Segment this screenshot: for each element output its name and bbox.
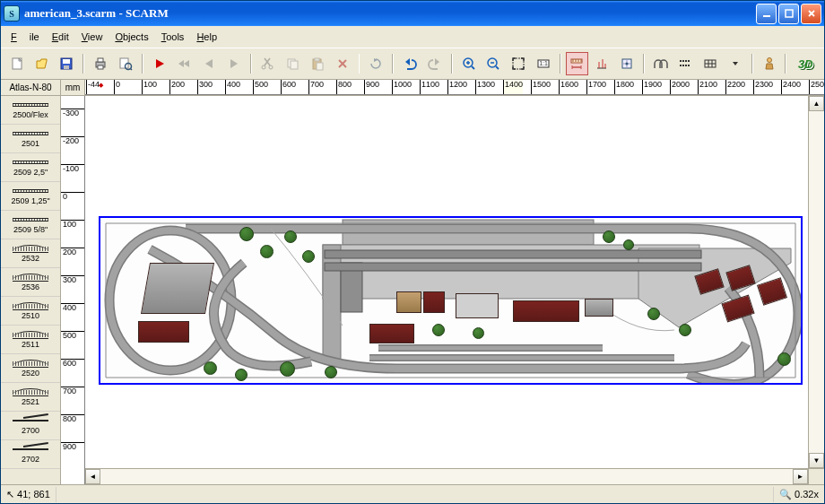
next-button[interactable] xyxy=(222,52,246,75)
hruler-tick: 2300 xyxy=(753,80,773,95)
hruler-tick: 1600 xyxy=(559,80,578,95)
tree[interactable] xyxy=(432,324,445,336)
canvas[interactable] xyxy=(85,96,808,468)
svg-point-21 xyxy=(262,65,265,69)
palette-item[interactable]: 2509 5/8" xyxy=(1,211,60,239)
tree[interactable] xyxy=(284,230,297,243)
tree[interactable] xyxy=(777,352,791,366)
palette-item[interactable]: 2536 xyxy=(1,268,60,297)
building-freight-1[interactable] xyxy=(369,324,414,343)
measure-button[interactable] xyxy=(566,52,589,75)
prev-button[interactable] xyxy=(197,52,221,75)
vertical-ruler[interactable]: -300-200-1000100200300400500600700800900 xyxy=(61,96,85,484)
vertical-scrollbar[interactable]: ▲ ▼ xyxy=(808,96,824,468)
palette-item[interactable]: 2532 xyxy=(1,239,60,268)
maximize-button[interactable] xyxy=(778,4,799,24)
fit-button[interactable] xyxy=(507,52,530,75)
paste-button[interactable] xyxy=(306,52,329,75)
building-house-1[interactable] xyxy=(138,321,189,343)
menu-edit[interactable]: Edit xyxy=(46,30,75,44)
palette-item-label: 2509 2,5" xyxy=(13,168,48,177)
tree[interactable] xyxy=(235,369,248,381)
scroll-up-button[interactable]: ▲ xyxy=(809,96,824,111)
tree[interactable] xyxy=(325,366,337,378)
dropdown-icon[interactable] xyxy=(724,52,747,75)
palette-item[interactable]: 2511 xyxy=(1,326,60,354)
building-shed[interactable] xyxy=(585,299,613,317)
cut-button[interactable] xyxy=(256,52,280,75)
hruler-tick: 100 xyxy=(142,80,157,95)
palette-item[interactable]: 2702 xyxy=(1,440,60,469)
snap-button[interactable] xyxy=(615,52,638,75)
building-small-1[interactable] xyxy=(396,291,421,313)
rotate-button[interactable] xyxy=(364,52,387,75)
vruler-tick: -100 xyxy=(61,164,85,173)
rewind-button[interactable] xyxy=(172,52,195,75)
vruler-tick: 700 xyxy=(61,387,85,395)
tree[interactable] xyxy=(302,250,315,263)
status-coords: ↖ 41; 861 xyxy=(1,487,56,502)
tree[interactable] xyxy=(679,324,691,336)
close-button[interactable] xyxy=(801,4,821,24)
new-button[interactable] xyxy=(5,52,29,75)
copy-button[interactable] xyxy=(281,52,304,75)
baseboard[interactable] xyxy=(99,216,803,385)
scroll-left-button[interactable]: ◄ xyxy=(85,469,100,484)
library-selector[interactable]: Atlas-N-80 xyxy=(1,80,61,95)
scroll-right-button[interactable]: ► xyxy=(793,469,808,484)
scale-button[interactable]: 1:1 xyxy=(532,52,555,75)
palette-item[interactable]: 2700 xyxy=(1,412,60,440)
zoom-in-button[interactable] xyxy=(457,52,481,75)
tree[interactable] xyxy=(473,327,484,339)
menu-tools[interactable]: Tools xyxy=(155,30,191,44)
figure-button[interactable] xyxy=(758,52,781,75)
ruler-row: Atlas-N-80 mm ◆ -44010020030040050060070… xyxy=(1,80,824,96)
palette-item[interactable]: 2509 1,25" xyxy=(1,182,60,211)
menu-view[interactable]: View xyxy=(75,30,109,44)
baseboard-button[interactable] xyxy=(699,52,722,75)
vruler-tick: 300 xyxy=(61,275,85,284)
redo-button[interactable] xyxy=(423,52,447,75)
building-small-2[interactable] xyxy=(423,291,445,313)
zoom-out-button[interactable] xyxy=(482,52,505,75)
save-button[interactable] xyxy=(55,52,78,75)
palette-item[interactable]: 2501 xyxy=(1,125,60,153)
tree[interactable] xyxy=(603,230,615,243)
status-zoom[interactable]: 🔍0.32x xyxy=(773,487,824,502)
tree[interactable] xyxy=(623,239,634,250)
undo-button[interactable] xyxy=(398,52,421,75)
delete-button[interactable] xyxy=(331,52,354,75)
horizontal-ruler[interactable]: ◆ -4401002003004005006007008009001000110… xyxy=(85,80,824,95)
minimize-button[interactable] xyxy=(756,4,777,24)
tree[interactable] xyxy=(280,361,295,377)
palette-item[interactable]: 2520 xyxy=(1,354,60,383)
track-shape-icon xyxy=(13,446,48,453)
tunnel-button[interactable] xyxy=(649,52,673,75)
tree[interactable] xyxy=(260,245,274,258)
tree[interactable] xyxy=(204,361,217,375)
palette-item[interactable]: 2509 2,5" xyxy=(1,153,60,182)
building-station[interactable] xyxy=(513,300,579,322)
palette-item[interactable]: 2500/Flex xyxy=(1,96,60,125)
menu-help[interactable]: Help xyxy=(190,30,223,44)
open-button[interactable] xyxy=(30,52,54,75)
print-preview-button[interactable] xyxy=(114,52,137,75)
heights-button[interactable] xyxy=(590,52,613,75)
start-point-button[interactable] xyxy=(148,52,171,75)
horizontal-scrollbar[interactable]: ◄ ► xyxy=(85,468,824,484)
scroll-down-button[interactable]: ▼ xyxy=(809,453,824,468)
tree[interactable] xyxy=(647,308,660,320)
palette-item[interactable]: 2510 xyxy=(1,297,60,326)
tree[interactable] xyxy=(239,227,254,241)
menu-file[interactable]: File xyxy=(4,30,46,44)
titlebar[interactable]: S american_3.scarm - SCARM xyxy=(1,1,824,26)
building-parking[interactable] xyxy=(456,293,499,318)
print-button[interactable] xyxy=(89,52,112,75)
3d-view-button[interactable]: 3D xyxy=(791,52,820,75)
building-engine-shed[interactable] xyxy=(141,263,214,314)
vruler-tick: 500 xyxy=(61,331,85,340)
parallel-button[interactable] xyxy=(674,52,698,75)
palette-item[interactable]: 2521 xyxy=(1,383,60,412)
menu-objects[interactable]: Objects xyxy=(109,30,154,44)
unit-label[interactable]: mm xyxy=(61,80,85,95)
